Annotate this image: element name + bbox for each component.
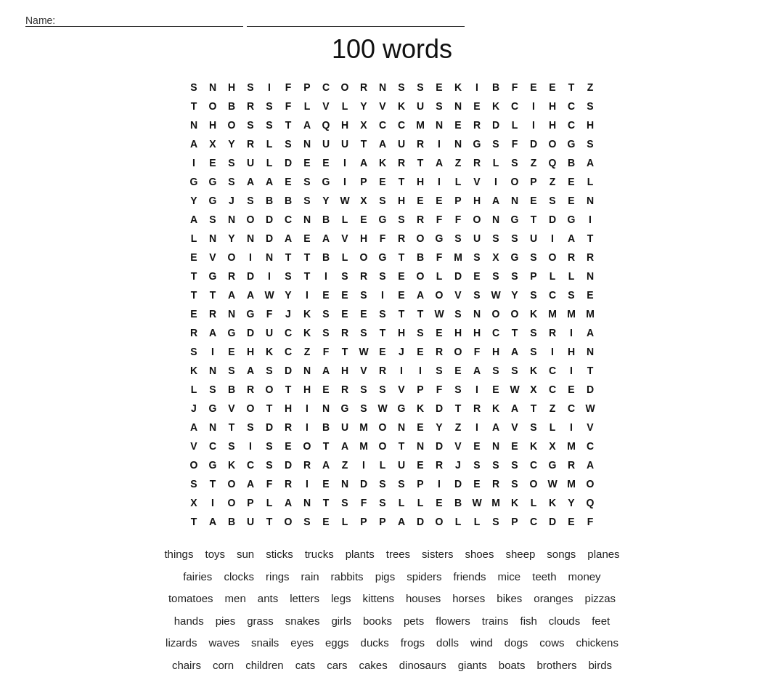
grid-cell: Y xyxy=(505,285,524,304)
word-item: girls xyxy=(331,611,351,632)
grid-cell: W xyxy=(354,342,373,361)
grid-cell: S xyxy=(260,361,279,380)
grid-cell: E xyxy=(505,437,524,455)
word-item: flowers xyxy=(436,611,470,632)
grid-cell: C xyxy=(373,115,392,134)
word-item: chairs xyxy=(172,655,201,676)
grid-cell: R xyxy=(562,248,581,267)
grid-cell: E xyxy=(430,493,449,512)
grid-cell: H xyxy=(411,172,430,191)
grid-cell: H xyxy=(335,115,354,134)
grid-cell: E xyxy=(524,191,543,210)
grid-cell: U xyxy=(392,134,411,153)
grid-cell: L xyxy=(449,512,467,531)
grid-cell: L xyxy=(430,267,449,285)
word-item: pets xyxy=(404,611,424,632)
grid-cell: L xyxy=(373,455,392,474)
word-item: children xyxy=(245,655,284,676)
grid-cell: O xyxy=(241,210,260,229)
grid-cell: D xyxy=(241,267,260,285)
grid-cell: E xyxy=(317,380,335,399)
grid-cell: T xyxy=(373,323,392,342)
grid-cell: E xyxy=(562,191,581,210)
grid-cell: S xyxy=(505,474,524,493)
grid-cell: O xyxy=(279,512,298,531)
grid-cell: G xyxy=(505,248,524,267)
grid-cell: O xyxy=(222,474,241,493)
grid-cell: N xyxy=(298,210,317,229)
word-item: ants xyxy=(258,588,278,609)
grid-cell: C xyxy=(279,342,298,361)
grid-cell: A xyxy=(486,191,505,210)
grid-cell: R xyxy=(184,323,203,342)
grid-cell: T xyxy=(317,493,335,512)
grid-cell: C xyxy=(562,399,581,418)
grid-cell: E xyxy=(524,78,543,97)
grid-cell: O xyxy=(524,474,543,493)
grid-cell: T xyxy=(260,512,279,531)
grid-cell: N xyxy=(411,437,430,455)
word-item: sheep xyxy=(505,544,535,565)
grid-cell: X xyxy=(203,134,222,153)
grid-cell: L xyxy=(184,229,203,248)
grid-cell: B xyxy=(260,191,279,210)
grid-cell: G xyxy=(562,134,581,153)
word-search-grid: SNHSIFPCORNSSEKIBFEETZTOBRSFLVLYVKUSNEKC… xyxy=(184,78,600,531)
grid-cell: I xyxy=(543,229,562,248)
grid-cell: W xyxy=(543,474,562,493)
grid-cell: R xyxy=(467,399,486,418)
grid-cell: R xyxy=(222,267,241,285)
grid-cell: S xyxy=(241,115,260,134)
grid-cell: T xyxy=(279,115,298,134)
grid-cell: R xyxy=(279,474,298,493)
grid-cell: T xyxy=(222,418,241,437)
word-list-row: lizardswavessnailseyeseggsducksfrogsdoll… xyxy=(36,633,748,654)
grid-cell: X xyxy=(354,191,373,210)
grid-cell: S xyxy=(241,78,260,97)
grid-cell: B xyxy=(279,191,298,210)
grid-cell: R xyxy=(392,229,411,248)
grid-cell: L xyxy=(260,493,279,512)
grid-cell: I xyxy=(373,285,392,304)
grid-cell: T xyxy=(562,78,581,97)
grid-cell: G xyxy=(203,455,222,474)
grid-cell: K xyxy=(524,437,543,455)
grid-cell: C xyxy=(543,380,562,399)
grid-cell: R xyxy=(335,323,354,342)
name-line: Name: xyxy=(22,15,762,27)
grid-cell: M xyxy=(354,437,373,455)
word-item: chickens xyxy=(576,633,618,654)
word-item: tomatoes xyxy=(168,588,213,609)
grid-cell: U xyxy=(317,134,335,153)
grid-cell: R xyxy=(562,455,581,474)
grid-cell: O xyxy=(373,437,392,455)
grid-cell: I xyxy=(203,342,222,361)
grid-cell: T xyxy=(298,267,317,285)
grid-cell: I xyxy=(430,172,449,191)
grid-cell: N xyxy=(486,210,505,229)
grid-cell: L xyxy=(486,153,505,172)
grid-cell: S xyxy=(354,399,373,418)
grid-cell: A xyxy=(241,285,260,304)
grid-cell: D xyxy=(543,512,562,531)
grid-cell: D xyxy=(241,323,260,342)
grid-cell: I xyxy=(184,153,203,172)
grid-cell: O xyxy=(430,285,449,304)
grid-cell: A xyxy=(317,455,335,474)
grid-cell: Y xyxy=(222,229,241,248)
grid-cell: E xyxy=(392,267,411,285)
grid-cell: H xyxy=(279,399,298,418)
grid-cell: S xyxy=(505,153,524,172)
grid-cell: V xyxy=(184,437,203,455)
word-item: eggs xyxy=(325,633,349,654)
grid-cell: F xyxy=(430,380,449,399)
grid-cell: P xyxy=(524,267,543,285)
grid-cell: S xyxy=(279,267,298,285)
grid-cell: D xyxy=(354,474,373,493)
grid-cell: N xyxy=(298,493,317,512)
grid-cell: H xyxy=(335,361,354,380)
grid-cell: R xyxy=(411,134,430,153)
grid-cell: T xyxy=(335,342,354,361)
grid-cell: G xyxy=(203,267,222,285)
grid-cell: F xyxy=(581,512,600,531)
